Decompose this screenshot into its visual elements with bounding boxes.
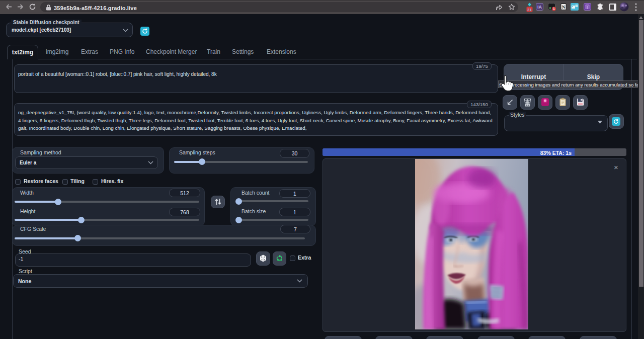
svg-text:21: 21 — [527, 8, 531, 12]
svg-text:IA: IA — [537, 5, 542, 10]
svg-text:1: 1 — [553, 7, 555, 11]
svg-text:N: N — [562, 5, 566, 10]
